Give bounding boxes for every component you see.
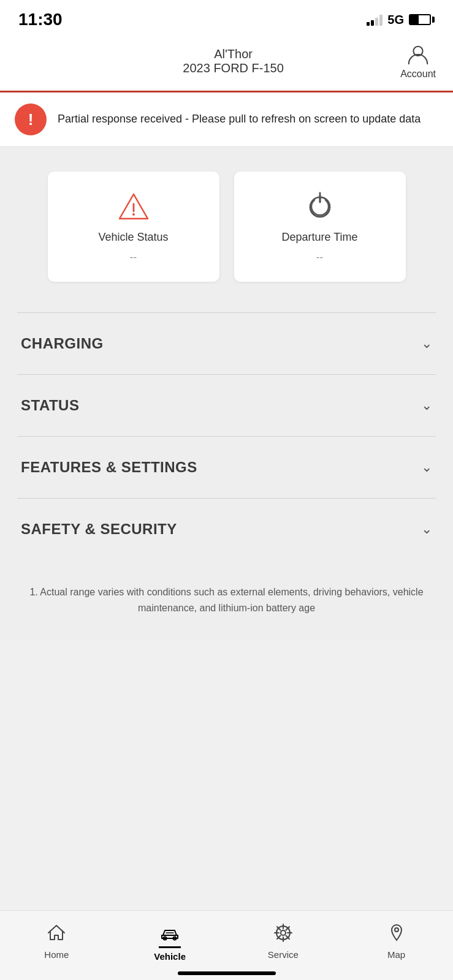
nav-map-label: Map	[387, 949, 405, 960]
power-icon	[303, 190, 337, 224]
alert-icon: !	[15, 104, 47, 135]
home-indicator	[178, 971, 276, 975]
vehicle-icon-wrap	[159, 922, 181, 948]
charging-section[interactable]: CHARGING ⌄	[17, 312, 436, 374]
map-icon-wrap	[386, 922, 408, 946]
network-type: 5G	[387, 13, 404, 27]
footer-note-text: 1. Actual range varies with conditions s…	[18, 584, 435, 616]
svg-point-2	[132, 213, 135, 216]
account-button[interactable]: Account	[400, 43, 436, 80]
home-icon-wrap	[45, 922, 67, 946]
bottom-nav: Home Vehicle	[0, 910, 453, 980]
status-section[interactable]: STATUS ⌄	[17, 374, 436, 436]
vehicle-status-card[interactable]: Vehicle Status --	[48, 172, 219, 282]
charging-title: CHARGING	[21, 335, 104, 352]
service-icon	[272, 922, 294, 944]
status-icons: 5G	[367, 13, 435, 27]
user-name: Al'Thor	[66, 47, 400, 61]
alert-text: Partial response received - Please pull …	[58, 111, 421, 127]
service-icon-wrap	[272, 922, 294, 946]
safety-security-section[interactable]: SAFETY & SECURITY ⌄	[17, 498, 436, 560]
vehicle-model: 2023 FORD F-150	[66, 61, 400, 75]
svg-point-18	[395, 928, 398, 932]
footer-note: 1. Actual range varies with conditions s…	[0, 572, 453, 640]
warning-icon	[117, 190, 150, 224]
signal-icon	[367, 13, 383, 26]
nav-vehicle[interactable]: Vehicle	[113, 919, 227, 962]
safety-security-title: SAFETY & SECURITY	[21, 521, 177, 538]
alert-banner: ! Partial response received - Please pul…	[0, 92, 453, 147]
main-content: Vehicle Status -- Departure Time -- CHAR…	[0, 147, 453, 572]
vehicle-status-label: Vehicle Status	[98, 231, 168, 244]
nav-service[interactable]: Service	[227, 919, 340, 960]
vehicle-status-value: --	[130, 251, 137, 263]
nav-home-label: Home	[44, 949, 69, 960]
battery-icon	[409, 14, 435, 25]
status-title: STATUS	[21, 397, 79, 414]
vehicle-icon	[159, 922, 181, 944]
nav-map[interactable]: Map	[340, 919, 453, 960]
nav-home[interactable]: Home	[0, 919, 113, 960]
departure-time-label: Departure Time	[281, 231, 357, 244]
chevron-down-icon: ⌄	[421, 521, 432, 537]
vehicle-info: Al'Thor 2023 FORD F-150	[66, 47, 400, 75]
chevron-down-icon: ⌄	[421, 336, 432, 352]
svg-point-9	[281, 930, 286, 935]
chevron-down-icon: ⌄	[421, 459, 432, 475]
account-label: Account	[400, 69, 436, 80]
map-icon	[386, 922, 408, 944]
header: Al'Thor 2023 FORD F-150 Account	[0, 37, 453, 92]
features-settings-title: FEATURES & SETTINGS	[21, 459, 197, 476]
home-icon	[45, 922, 67, 944]
nav-vehicle-label: Vehicle	[154, 951, 186, 962]
chevron-down-icon: ⌄	[421, 398, 432, 413]
departure-time-value: --	[316, 251, 323, 263]
status-time: 11:30	[18, 10, 63, 29]
status-bar: 11:30 5G	[0, 0, 453, 37]
cards-row: Vehicle Status -- Departure Time --	[17, 172, 436, 282]
account-icon	[406, 43, 430, 66]
nav-service-label: Service	[268, 949, 299, 960]
departure-time-card[interactable]: Departure Time --	[234, 172, 406, 282]
features-settings-section[interactable]: FEATURES & SETTINGS ⌄	[17, 436, 436, 498]
